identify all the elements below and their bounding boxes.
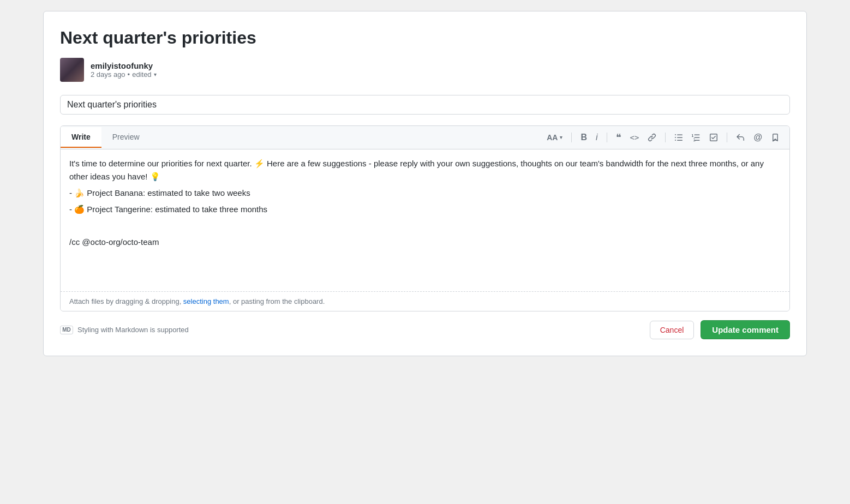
cancel-button[interactable]: Cancel — [650, 321, 695, 339]
author-username: emilyistoofunky — [91, 61, 157, 70]
code-icon[interactable]: <> — [628, 132, 642, 143]
update-comment-button[interactable]: Update comment — [701, 320, 790, 339]
content-line-3: - 🍌 Project Banana: estimated to take tw… — [69, 187, 781, 200]
divider-1 — [571, 133, 572, 142]
avatar-image — [60, 58, 84, 82]
meta-dot: • — [128, 70, 130, 79]
tab-preview[interactable]: Preview — [101, 127, 151, 148]
markdown-label: Styling with Markdown is supported — [77, 326, 189, 334]
attach-text-after: , or pasting from the clipboard. — [229, 297, 325, 305]
reply-icon[interactable] — [734, 132, 747, 143]
main-container: Next quarter's priorities emilyistoofunk… — [43, 11, 807, 356]
tabs-section: Write Preview — [61, 127, 151, 148]
divider-4 — [727, 133, 727, 142]
ordered-list-icon[interactable] — [690, 132, 703, 143]
edited-dropdown-arrow[interactable]: ▾ — [154, 71, 157, 77]
title-input[interactable] — [60, 95, 790, 115]
content-empty-line — [69, 219, 781, 232]
toolbar-icons: AA ▾ B i ❝ <> — [537, 126, 789, 149]
edited-label: edited — [132, 70, 151, 79]
unordered-list-icon[interactable] — [672, 132, 685, 143]
author-time: 2 days ago — [91, 70, 125, 79]
bookmark-icon[interactable] — [769, 132, 782, 143]
divider-2 — [607, 133, 607, 142]
markdown-icon: MD — [60, 326, 73, 334]
footer: MD Styling with Markdown is supported Ca… — [60, 320, 790, 339]
quote-icon[interactable]: ❝ — [614, 130, 624, 145]
markdown-badge: MD Styling with Markdown is supported — [60, 326, 189, 334]
task-list-icon[interactable] — [707, 132, 720, 143]
editor-content[interactable]: It's time to determine our priorities fo… — [61, 149, 789, 291]
author-row: emilyistoofunky 2 days ago • edited ▾ — [60, 58, 790, 82]
footer-buttons: Cancel Update comment — [650, 320, 790, 339]
content-line-6: /cc @octo-org/octo-team — [69, 236, 781, 249]
mention-icon[interactable]: @ — [751, 131, 764, 143]
content-line-1: It's time to determine our priorities fo… — [69, 157, 781, 183]
link-icon[interactable] — [645, 132, 659, 143]
content-line-4: - 🍊 Project Tangerine: estimated to take… — [69, 203, 781, 216]
page-title: Next quarter's priorities — [60, 28, 790, 48]
attach-select-link[interactable]: selecting them — [183, 297, 229, 305]
editor-wrapper: Write Preview AA ▾ B i ❝ <> — [60, 125, 790, 311]
attach-bar: Attach files by dragging & dropping, sel… — [61, 291, 789, 311]
divider-3 — [665, 133, 666, 142]
font-size-icon[interactable]: AA ▾ — [544, 132, 565, 143]
author-meta: 2 days ago • edited ▾ — [91, 70, 157, 79]
italic-icon[interactable]: i — [594, 131, 600, 143]
tab-write[interactable]: Write — [61, 127, 101, 148]
font-size-dropdown-arrow: ▾ — [560, 135, 562, 140]
author-info: emilyistoofunky 2 days ago • edited ▾ — [91, 61, 157, 79]
avatar — [60, 58, 84, 82]
editor-tabs-toolbar: Write Preview AA ▾ B i ❝ <> — [61, 126, 789, 149]
bold-icon[interactable]: B — [578, 131, 589, 143]
attach-text-before: Attach files by dragging & dropping, — [69, 297, 183, 305]
